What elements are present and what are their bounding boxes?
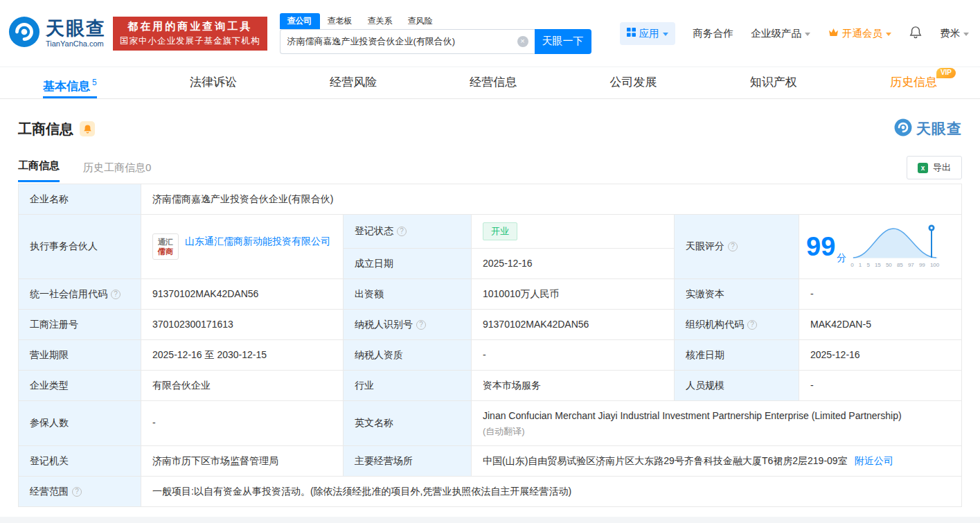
label-registration-status: 登记状态	[344, 215, 472, 249]
nearby-companies-link[interactable]: 附近公司	[855, 455, 893, 466]
tab-company-development[interactable]: 公司发展	[610, 67, 657, 98]
value-registration-number: 370102300171613	[141, 309, 344, 339]
value-business-term: 2025-12-16 至 2030-12-15	[141, 339, 344, 370]
label-business-scope: 经营范围	[19, 477, 141, 507]
crown-icon	[828, 28, 839, 39]
partner-company-link[interactable]: 山东通汇儒商新动能投资有限公司	[185, 233, 330, 249]
label-english-name: 英文名称	[344, 400, 472, 446]
value-paid-capital: -	[799, 278, 962, 309]
company-page-tabs: 基本信息5 法律诉讼 经营风险 经营信息 公司发展 知识产权 历史信息 VIP	[0, 67, 980, 99]
tianyancha-logo-icon	[894, 118, 912, 139]
tick: 99	[919, 261, 925, 269]
promo-banner-line1: 都在用的商业查询工具	[120, 20, 260, 33]
help-icon[interactable]	[747, 320, 757, 330]
value-business-address: 中国(山东)自由贸易试验区济南片区大东路29号齐鲁科技金融大厦T6裙房2层219…	[472, 446, 962, 477]
label-staff-size: 人员规模	[675, 370, 799, 400]
partner-logo: 通汇 儒商	[152, 233, 179, 260]
value-registration-status: 开业	[472, 215, 675, 249]
section-title: 工商信息	[18, 120, 73, 139]
apps-menu-button[interactable]: 应用	[620, 22, 675, 45]
tab-legal-proceedings-label: 法律诉讼	[190, 76, 237, 89]
auto-translate-note: (自动翻译)	[483, 425, 950, 438]
search-box	[280, 29, 535, 54]
notification-bell-button[interactable]	[909, 26, 922, 41]
help-icon[interactable]	[416, 320, 426, 330]
top-nav: 应用 商务合作 企业级产品 开通会员 费米	[620, 22, 970, 45]
label-business-address: 主要经营场所	[344, 446, 472, 477]
score-curve	[850, 223, 939, 260]
tick: 15	[875, 261, 881, 269]
value-registration-authority: 济南市历下区市场监督管理局	[141, 446, 344, 477]
tab-history-info[interactable]: 历史信息 VIP	[890, 67, 937, 98]
chevron-down-icon	[805, 33, 810, 36]
search-tab-boss[interactable]: 查老板	[320, 13, 360, 29]
chevron-down-icon	[963, 33, 969, 36]
help-icon[interactable]	[728, 242, 738, 251]
label-establish-date: 成立日期	[344, 248, 472, 278]
org-code-label: 组织机构代码	[686, 319, 744, 330]
enterprise-products-menu[interactable]: 企业级产品	[751, 27, 811, 40]
enterprise-products-label: 企业级产品	[751, 27, 802, 40]
search-button[interactable]: 天眼一下	[535, 29, 591, 54]
tianyan-score-label: 天眼评分	[686, 240, 724, 251]
value-taxpayer-quality: -	[472, 339, 675, 370]
business-info-section: 工商信息 天眼查 工商信息 历史工商信息0 导出 企业名称 济南儒商嘉逸产业投资…	[0, 118, 980, 507]
label-industry: 行业	[344, 370, 472, 400]
search-input[interactable]	[280, 29, 535, 54]
score-distribution-chart: 0 1 5 15 50 85 97 99 100	[850, 223, 939, 269]
tab-basic-info-label: 基本信息	[43, 80, 90, 93]
partner-logo-line2: 儒商	[158, 247, 173, 256]
tab-company-development-label: 公司发展	[610, 76, 657, 89]
value-staff-size: -	[799, 370, 962, 400]
export-button[interactable]: 导出	[907, 156, 962, 179]
apps-label: 应用	[639, 27, 659, 40]
top-bar: 天眼查 TianYanCha.com 都在用的商业查询工具 国家中小企业发展子基…	[0, 0, 980, 67]
value-company-type: 有限合伙企业	[141, 370, 344, 400]
search-tab-company[interactable]: 查公司	[280, 13, 320, 29]
business-info-table: 企业名称 济南儒商嘉逸产业投资合伙企业(有限合伙) 执行事务合伙人 通汇 儒商 …	[18, 184, 962, 507]
subtab-business-info[interactable]: 工商信息	[18, 159, 60, 182]
search-tab-relation[interactable]: 查关系	[360, 13, 400, 29]
table-row: 执行事务合伙人 通汇 儒商 山东通汇儒商新动能投资有限公司 登记状态 开业	[19, 215, 962, 249]
tab-operating-risk[interactable]: 经营风险	[330, 67, 377, 98]
label-executive-partner: 执行事务合伙人	[19, 215, 141, 279]
bell-icon	[83, 124, 92, 134]
search-area: 查公司 查老板 查关系 查风险 天眼一下	[280, 13, 591, 54]
search-tab-risk[interactable]: 查风险	[400, 13, 440, 29]
tick: 1	[859, 261, 862, 269]
tianyancha-logo[interactable]: 天眼查 TianYanCha.com	[8, 16, 106, 51]
value-taxpayer-id: 91370102MAK42DAN56	[472, 309, 675, 339]
subscribe-bell-button[interactable]	[80, 121, 95, 136]
help-icon[interactable]	[72, 487, 82, 497]
tick: 5	[866, 261, 869, 269]
label-paid-capital: 实缴资本	[675, 278, 799, 309]
watermark-text: 天眼查	[916, 119, 962, 139]
bell-icon	[909, 26, 922, 41]
clear-search-icon[interactable]	[517, 36, 528, 47]
tianyancha-logo-icon	[8, 16, 40, 51]
business-cooperation-label: 商务合作	[693, 27, 733, 40]
business-cooperation-link[interactable]: 商务合作	[693, 27, 733, 40]
open-membership-label: 开通会员	[842, 27, 882, 40]
value-executive-partner: 通汇 儒商 山东通汇儒商新动能投资有限公司	[141, 215, 344, 279]
user-account-menu[interactable]: 费米	[940, 27, 969, 40]
table-row: 经营范围 一般项目:以自有资金从事投资活动。(除依法须经批准的项目外,凭营业执照…	[19, 477, 962, 507]
tab-legal-proceedings[interactable]: 法律诉讼	[190, 67, 237, 98]
business-address-text: 中国(山东)自由贸易试验区济南片区大东路29号齐鲁科技金融大厦T6裙房2层219…	[483, 455, 848, 466]
tab-operating-info[interactable]: 经营信息	[470, 67, 517, 98]
help-icon[interactable]	[111, 290, 121, 299]
tab-basic-info[interactable]: 基本信息5	[43, 67, 97, 98]
table-row: 登记机关 济南市历下区市场监督管理局 主要经营场所 中国(山东)自由贸易试验区济…	[19, 446, 962, 477]
table-row: 参保人数 - 英文名称 Jinan Confucian Merchant Jia…	[19, 400, 962, 446]
value-establish-date: 2025-12-16	[472, 248, 675, 278]
open-membership-menu[interactable]: 开通会员	[828, 27, 891, 40]
tab-intellectual-property[interactable]: 知识产权	[750, 67, 797, 98]
subtabs-row: 工商信息 历史工商信息0 导出	[18, 156, 962, 182]
value-english-name: Jinan Confucian Merchant Jiayi Industria…	[472, 400, 962, 446]
logo-name: 天眼查	[46, 19, 106, 38]
help-icon[interactable]	[397, 227, 407, 236]
subtab-history-business-info[interactable]: 历史工商信息0	[83, 161, 151, 182]
label-credit-code: 统一社会信用代码	[19, 278, 141, 309]
tick: 97	[908, 261, 914, 269]
english-name-text: Jinan Confucian Merchant Jiayi Industria…	[483, 409, 950, 423]
